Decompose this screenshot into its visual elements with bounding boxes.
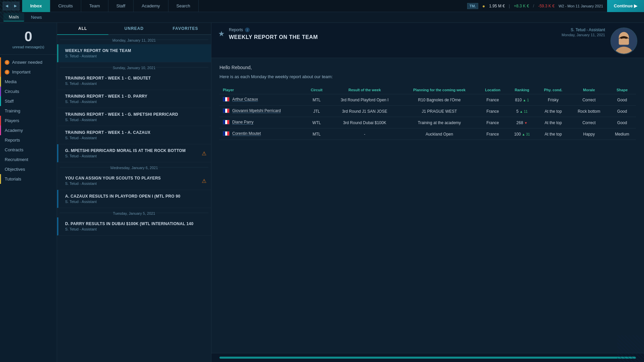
list-item[interactable]: TRAINING REPORT - WEEK 1 - C. MOUTET S. … bbox=[57, 72, 211, 90]
player-flag-name[interactable]: Arthur Cazaux bbox=[223, 97, 258, 102]
player-flag-name[interactable]: Corentin Moutet bbox=[223, 131, 261, 136]
svg-point-5 bbox=[621, 37, 623, 39]
cell-phy-cond: At the top bbox=[537, 128, 569, 140]
list-item[interactable]: G. MPETSHI PERRICARD MORAL IS AT THE ROC… bbox=[57, 144, 211, 162]
col-result: Result of the week bbox=[329, 86, 401, 94]
cell-ranking: 100▲ 31 bbox=[507, 128, 537, 140]
mail-date-1: Sunday, January 10, 2021 bbox=[57, 62, 211, 72]
ranking-change-icon: ▲ 31 bbox=[522, 133, 530, 136]
sidebar-item-players[interactable]: Players bbox=[0, 116, 57, 125]
list-item[interactable]: WEEKLY REPORT ON THE TEAM S. Tetud - Ass… bbox=[57, 44, 211, 62]
mail-tab-unread[interactable]: UNREAD bbox=[108, 23, 160, 34]
cell-location: France bbox=[478, 117, 507, 128]
coin-icon: ● bbox=[482, 3, 485, 9]
second-nav-mails[interactable]: Mails bbox=[3, 13, 24, 21]
col-shape: Shape bbox=[608, 86, 636, 94]
list-item[interactable]: TRAINING REPORT - WEEK 1 - A. CAZAUX S. … bbox=[57, 126, 211, 144]
nav-back-button[interactable]: ◀ bbox=[3, 2, 11, 10]
cell-morale: Rock bottom bbox=[570, 106, 608, 117]
detail-header-right-group: S. Tetud - Assistant Monday, January 11,… bbox=[562, 28, 637, 54]
mail-date-2: Wednesday, January 6, 2021 bbox=[57, 162, 211, 172]
nav-tab-search[interactable]: Search bbox=[168, 0, 199, 12]
cell-location: France bbox=[478, 94, 507, 106]
money-main: 1.95 M € bbox=[489, 4, 505, 8]
alert-icon: ⚠ bbox=[202, 150, 206, 156]
cell-shape: Medium bbox=[608, 128, 636, 140]
detail-intro: Here is as each Monday the weekly report… bbox=[219, 74, 636, 79]
player-flag-name[interactable]: Diane Parry bbox=[223, 120, 253, 124]
cell-phy-cond: Frisky bbox=[537, 94, 569, 106]
cell-location: France bbox=[478, 106, 507, 117]
cell-phy-cond: At the top bbox=[537, 117, 569, 128]
cell-player[interactable]: Corentin Moutet bbox=[219, 128, 304, 140]
player-name-link[interactable]: Giovanni Mpetshi Perricard bbox=[232, 108, 281, 113]
nav-tab-inbox[interactable]: Inbox bbox=[22, 0, 50, 12]
list-item[interactable]: D. PARRY RESULTS IN DUBAI $100K (WTL INT… bbox=[57, 217, 211, 236]
nav-tab-team[interactable]: Team bbox=[81, 0, 108, 12]
cell-location: France bbox=[478, 128, 507, 140]
sidebar-item-academy[interactable]: Academy bbox=[0, 125, 57, 135]
sidebar-item-staff[interactable]: Staff bbox=[0, 96, 57, 106]
nav-tab-circuits[interactable]: Circuits bbox=[50, 0, 81, 12]
cell-player[interactable]: Giovanni Mpetshi Perricard bbox=[219, 106, 304, 117]
cell-planning: Training at the academy bbox=[401, 117, 478, 128]
sidebar-item-contracts[interactable]: Contracts bbox=[0, 145, 57, 155]
detail-title-section: Reports i WEEKLY REPORT ON THE TEAM bbox=[229, 28, 318, 40]
player-name-link[interactable]: Corentin Moutet bbox=[232, 131, 261, 136]
cell-planning: R10 Bagnoles de l'Orne bbox=[401, 94, 478, 106]
list-item[interactable]: TRAINING REPORT - WEEK 1 - G. MPETSHI PE… bbox=[57, 108, 211, 126]
info-icon[interactable]: i bbox=[245, 28, 250, 32]
cell-shape: Good bbox=[608, 117, 636, 128]
sidebar-item-reports[interactable]: Reports bbox=[0, 135, 57, 145]
player-name-link[interactable]: Arthur Cazaux bbox=[232, 97, 258, 102]
cell-circuit: JTL bbox=[304, 106, 329, 117]
sidebar-item-objectives[interactable]: Objectives bbox=[0, 164, 57, 174]
second-nav: Mails News bbox=[0, 12, 644, 23]
nav-tab-academy[interactable]: Academy bbox=[134, 0, 168, 12]
flag-icon bbox=[223, 97, 230, 102]
flag-icon bbox=[223, 120, 230, 124]
sidebar-item-media[interactable]: Media bbox=[0, 77, 57, 87]
col-phy-cond: Phy. cond. bbox=[537, 86, 569, 94]
cell-player[interactable]: Arthur Cazaux bbox=[219, 94, 304, 106]
col-player: Player bbox=[219, 86, 304, 94]
unread-label: unread message(s) bbox=[0, 45, 57, 49]
mail-tab-all[interactable]: ALL bbox=[57, 23, 108, 35]
cell-circuit: MTL bbox=[304, 94, 329, 106]
list-item[interactable]: YOU CAN ASSIGN YOUR SCOUTS TO PLAYERS S.… bbox=[57, 172, 211, 190]
nav-tab-staff[interactable]: Staff bbox=[108, 0, 134, 12]
nav-arrows: ◀ ▶ bbox=[0, 2, 22, 10]
cell-ranking: 268▼ bbox=[507, 117, 537, 128]
table-row: Giovanni Mpetshi Perricard JTL 3rd Round… bbox=[219, 106, 636, 117]
detail-tag: Reports i bbox=[229, 28, 318, 32]
ranking-change-icon: ▼ bbox=[524, 121, 528, 125]
continue-button[interactable]: Continue ▶ bbox=[607, 0, 644, 12]
mail-tab-favorites[interactable]: FAVORITES bbox=[160, 23, 211, 34]
detail-footer bbox=[211, 353, 644, 362]
sidebar-item-answer-needed[interactable]: ! Answer needed bbox=[0, 57, 57, 67]
cell-result: 3rd Round Dubai $100K bbox=[329, 117, 401, 128]
sidebar-item-circuits[interactable]: Circuits bbox=[0, 87, 57, 96]
player-flag-name[interactable]: Giovanni Mpetshi Perricard bbox=[223, 108, 281, 113]
money-neg: -59.3 K € bbox=[538, 4, 555, 8]
cell-player[interactable]: Diane Parry bbox=[219, 117, 304, 128]
list-item[interactable]: A. CAZAUX RESULTS IN PLAYFORD OPEN I (MT… bbox=[57, 190, 211, 208]
star-icon[interactable]: ★ bbox=[218, 30, 225, 38]
avatar bbox=[610, 28, 637, 54]
sidebar-item-recruitment[interactable]: Recruitment bbox=[0, 155, 57, 164]
second-nav-news[interactable]: News bbox=[26, 13, 47, 21]
sidebar-item-training[interactable]: Training bbox=[0, 106, 57, 116]
sidebar-item-tutorials[interactable]: Tutorials bbox=[0, 174, 57, 184]
mail-tabs: ALL UNREAD FAVORITES bbox=[57, 23, 211, 35]
detail-date: Monday, January 11, 2021 bbox=[562, 33, 605, 37]
detail-body: Hello Rebound, Here is as each Monday th… bbox=[211, 58, 644, 353]
detail-main-title: WEEKLY REPORT ON THE TEAM bbox=[229, 34, 318, 40]
sidebar-item-important[interactable]: ! Important bbox=[0, 67, 57, 77]
col-planning: Planning for the coming week bbox=[401, 86, 478, 94]
player-name-link[interactable]: Diane Parry bbox=[232, 120, 253, 124]
nav-forward-button[interactable]: ▶ bbox=[11, 2, 19, 10]
mail-date-0: Monday, January 11, 2021 bbox=[57, 35, 211, 44]
table-row: Diane Parry WTL 3rd Round Dubai $100K Tr… bbox=[219, 117, 636, 128]
list-item[interactable]: TRAINING REPORT - WEEK 1 - D. PARRY S. T… bbox=[57, 90, 211, 108]
detail-greeting: Hello Rebound, bbox=[219, 65, 636, 70]
